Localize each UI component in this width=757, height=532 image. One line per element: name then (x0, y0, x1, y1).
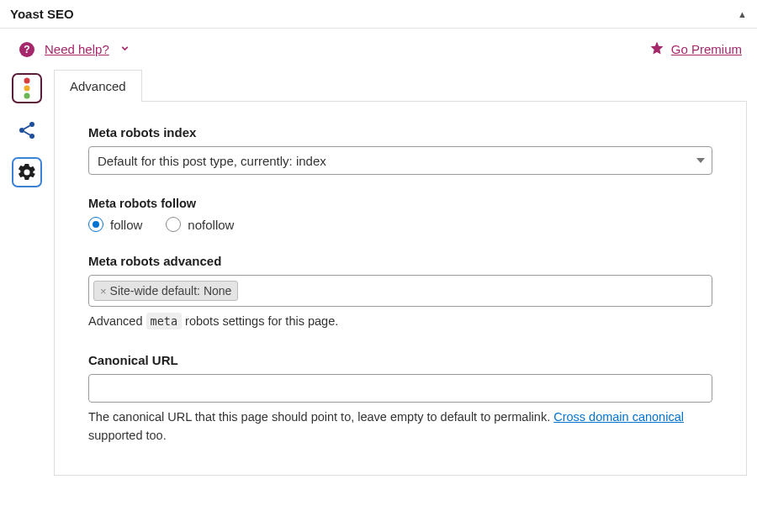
select-meta-robots-index[interactable]: Default for this post type, currently: i… (88, 146, 712, 175)
go-premium-link[interactable]: Go Premium (649, 40, 742, 58)
help-bar: ? Need help? Go Premium (0, 29, 757, 70)
field-meta-robots-advanced: Meta robots advanced × Site-wide default… (88, 254, 712, 331)
metabox-header[interactable]: Yoast SEO ▲ (0, 0, 757, 29)
share-icon (17, 120, 37, 140)
svg-point-0 (24, 78, 30, 84)
question-icon: ? (19, 42, 34, 57)
svg-point-1 (24, 86, 30, 92)
radio-indicator (166, 217, 181, 232)
label-meta-robots-follow: Meta robots follow (88, 197, 712, 210)
help-left: ? Need help? (19, 42, 130, 57)
help-text-canonical: The canonical URL that this page should … (88, 408, 712, 445)
radio-follow[interactable]: follow (88, 217, 142, 232)
tag-chip-label: Site-wide default: None (110, 284, 232, 298)
tab-readability[interactable] (12, 73, 42, 103)
gear-icon (17, 162, 37, 182)
star-icon (649, 40, 664, 58)
svg-point-5 (29, 134, 34, 139)
tab-advanced[interactable] (12, 157, 42, 187)
main-panel: Advanced Meta robots index Default for t… (54, 70, 747, 476)
tab-social[interactable] (12, 115, 42, 145)
radio-nofollow[interactable]: nofollow (166, 217, 234, 232)
radio-group-follow: follow nofollow (88, 217, 712, 232)
help-text-prefix: Advanced (88, 314, 146, 328)
select-value: Default for this post type, currently: i… (98, 154, 326, 168)
label-meta-robots-index: Meta robots index (88, 125, 712, 140)
label-canonical-url: Canonical URL (88, 353, 712, 367)
panel-title: Yoast SEO (10, 7, 74, 21)
radio-label-nofollow: nofollow (188, 218, 234, 232)
field-meta-robots-index: Meta robots index Default for this post … (88, 125, 712, 175)
panel-body: Meta robots index Default for this post … (54, 101, 747, 476)
svg-point-3 (29, 122, 34, 127)
traffic-light-icon (22, 76, 32, 100)
help-text-suffix: robots settings for this page. (182, 314, 338, 328)
radio-indicator (88, 217, 103, 232)
radio-label-follow: follow (110, 218, 142, 232)
radio-dot-icon (93, 221, 99, 228)
sidebar-tabs (12, 70, 42, 187)
canonical-help-text: The canonical URL that this page should … (88, 410, 553, 424)
tag-input-advanced[interactable]: × Site-wide default: None (88, 275, 712, 307)
content-area: Advanced Meta robots index Default for t… (0, 70, 757, 486)
svg-point-4 (19, 128, 24, 133)
svg-point-2 (24, 93, 30, 99)
cross-domain-link[interactable]: Cross domain canonical (553, 410, 684, 424)
svg-line-6 (24, 126, 30, 129)
chevron-down-icon[interactable] (119, 43, 130, 56)
canonical-help-tail: supported too. (88, 429, 167, 442)
input-canonical-url[interactable] (88, 374, 712, 403)
collapse-icon[interactable]: ▲ (738, 9, 747, 19)
chevron-down-icon (696, 158, 705, 163)
go-premium-label: Go Premium (671, 42, 742, 56)
close-icon[interactable]: × (100, 285, 107, 298)
tag-chip[interactable]: × Site-wide default: None (93, 281, 238, 301)
tab-label-advanced[interactable]: Advanced (54, 70, 142, 102)
svg-line-7 (24, 132, 30, 135)
label-meta-robots-advanced: Meta robots advanced (88, 254, 712, 268)
help-text-advanced: Advanced meta robots settings for this p… (88, 313, 712, 331)
field-meta-robots-follow: Meta robots follow follow nofollow (88, 197, 712, 232)
code-meta: meta (146, 313, 183, 329)
help-link[interactable]: Need help? (45, 42, 109, 56)
field-canonical-url: Canonical URL The canonical URL that thi… (88, 353, 712, 445)
